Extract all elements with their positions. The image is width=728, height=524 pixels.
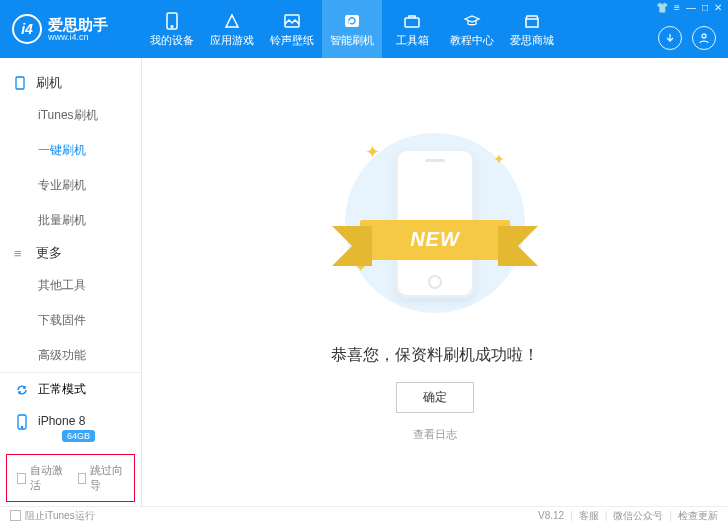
nav-tutorial[interactable]: 教程中心 [442, 0, 502, 58]
logo-title: 爱思助手 [48, 17, 108, 32]
wechat-link[interactable]: 微信公众号 [613, 509, 663, 523]
sidebar-item-batch-flash[interactable]: 批量刷机 [0, 203, 141, 238]
apps-icon [222, 11, 242, 31]
success-illustration: ✦ ✦ ✦ NEW [315, 123, 555, 323]
nav-store[interactable]: 爱思商城 [502, 0, 562, 58]
view-log-link[interactable]: 查看日志 [413, 427, 457, 442]
close-icon[interactable]: ✕ [714, 2, 722, 13]
svg-point-1 [171, 25, 173, 27]
sidebar: 刷机 iTunes刷机 一键刷机 专业刷机 批量刷机 ≡ 更多 其他工具 下载固… [0, 58, 142, 506]
svg-rect-4 [405, 18, 419, 27]
store-icon [522, 11, 542, 31]
skip-guide-checkbox[interactable]: 跳过向导 [78, 463, 125, 493]
auto-activate-checkbox[interactable]: 自动激活 [17, 463, 64, 493]
image-icon [282, 11, 302, 31]
logo-icon: i4 [12, 14, 42, 44]
sidebar-item-advanced[interactable]: 高级功能 [0, 338, 141, 372]
version-text: V8.12 [538, 510, 564, 521]
support-link[interactable]: 客服 [579, 509, 599, 523]
user-button[interactable] [692, 26, 716, 50]
mode-row[interactable]: 正常模式 [0, 373, 141, 406]
nav-toolbox[interactable]: 工具箱 [382, 0, 442, 58]
sync-icon [14, 382, 30, 398]
svg-point-5 [702, 34, 706, 38]
check-update-link[interactable]: 检查更新 [678, 509, 718, 523]
menu-icon[interactable]: ≡ [674, 2, 680, 13]
svg-rect-6 [16, 77, 24, 89]
phone-icon [14, 76, 28, 90]
svg-point-8 [21, 426, 22, 427]
sparkle-icon: ✦ [365, 141, 380, 163]
logo-subtitle: www.i4.cn [48, 32, 108, 42]
status-bar: 阻止iTunes运行 V8.12 | 客服 | 微信公众号 | 检查更新 [0, 506, 728, 524]
sidebar-item-oneclick-flash[interactable]: 一键刷机 [0, 133, 141, 168]
device-name: iPhone 8 [38, 414, 95, 428]
nav-flash[interactable]: 智能刷机 [322, 0, 382, 58]
refresh-icon [342, 11, 362, 31]
sparkle-icon: ✦ [493, 151, 505, 167]
ok-button[interactable]: 确定 [396, 382, 474, 413]
phone-icon [162, 11, 182, 31]
sidebar-item-pro-flash[interactable]: 专业刷机 [0, 168, 141, 203]
toolbox-icon [402, 11, 422, 31]
list-icon: ≡ [14, 246, 28, 261]
sidebar-item-download-firmware[interactable]: 下载固件 [0, 303, 141, 338]
svg-rect-3 [345, 15, 359, 27]
success-message: 恭喜您，保资料刷机成功啦！ [331, 345, 539, 366]
phone-icon [14, 414, 30, 430]
nav-ringtones[interactable]: 铃声壁纸 [262, 0, 322, 58]
main-content: ✦ ✦ ✦ NEW 恭喜您，保资料刷机成功啦！ 确定 查看日志 [142, 58, 728, 506]
options-highlight: 自动激活 跳过向导 [6, 454, 135, 502]
device-row[interactable]: iPhone 8 64GB [0, 406, 141, 450]
skin-icon[interactable]: 👕 [656, 2, 668, 13]
app-header: i4 爱思助手 www.i4.cn 我的设备 应用游戏 铃声壁纸 智能刷机 工具… [0, 0, 728, 58]
sidebar-item-itunes-flash[interactable]: iTunes刷机 [0, 98, 141, 133]
nav-my-device[interactable]: 我的设备 [142, 0, 202, 58]
maximize-icon[interactable]: □ [702, 2, 708, 13]
sidebar-item-other-tools[interactable]: 其他工具 [0, 268, 141, 303]
minimize-icon[interactable]: — [686, 2, 696, 13]
section-flash[interactable]: 刷机 [0, 68, 141, 98]
academic-cap-icon [462, 11, 482, 31]
nav-apps[interactable]: 应用游戏 [202, 0, 262, 58]
new-ribbon: NEW [335, 218, 535, 262]
storage-badge: 64GB [62, 430, 95, 442]
top-nav: 我的设备 应用游戏 铃声壁纸 智能刷机 工具箱 教程中心 爱思商城 [142, 0, 562, 58]
block-itunes-checkbox[interactable]: 阻止iTunes运行 [10, 509, 95, 523]
section-more[interactable]: ≡ 更多 [0, 238, 141, 268]
logo: i4 爱思助手 www.i4.cn [0, 14, 142, 44]
window-controls: 👕 ≡ — □ ✕ [656, 2, 722, 13]
download-button[interactable] [658, 26, 682, 50]
